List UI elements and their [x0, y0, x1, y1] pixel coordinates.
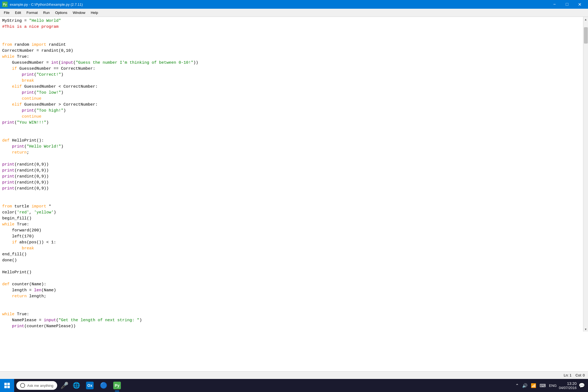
- code-line: [2, 30, 581, 36]
- code-line: [2, 299, 581, 305]
- taskbar-left: Ask me anything 🎤 🌐 Ox 🔵 Py: [0, 379, 124, 392]
- time-display: 13:20: [559, 381, 577, 386]
- menu-file[interactable]: File: [1, 10, 12, 16]
- code-line: break: [2, 78, 581, 84]
- menu-options[interactable]: Options: [52, 10, 70, 16]
- start-button[interactable]: [0, 379, 14, 392]
- vertical-scrollbar[interactable]: ▲ ▼: [583, 17, 588, 332]
- code-line: from turtle import *: [2, 204, 581, 210]
- title-bar-left: Py example.py - C:\Python34\example.py (…: [2, 2, 83, 7]
- code-line: [2, 126, 581, 132]
- menu-run[interactable]: Run: [41, 10, 53, 16]
- code-line: print(randint(0,9)): [2, 162, 581, 168]
- taskbar-right: ⌃ 🔊 📶 ⌨ ENG 13:20 04/07/2016 💬: [515, 381, 588, 390]
- notification-icon[interactable]: 💬: [579, 382, 585, 388]
- title-bar: Py example.py - C:\Python34\example.py (…: [0, 0, 588, 9]
- code-line: elif GuessedNumber < CorrectNumber:: [2, 84, 581, 90]
- scroll-up-arrow[interactable]: ▲: [583, 17, 588, 22]
- menu-help[interactable]: Help: [88, 10, 101, 16]
- code-line: if GuessedNumber == CorrectNumber:: [2, 66, 581, 72]
- code-line: [2, 198, 581, 204]
- scroll-down-arrow[interactable]: ▼: [583, 327, 588, 332]
- code-line: print(randint(0,9)): [2, 174, 581, 180]
- code-line: left(170): [2, 234, 581, 240]
- code-line: print(randint(0,9)): [2, 180, 581, 186]
- code-content: MyString = "Hello World"#This is a nice …: [2, 18, 581, 329]
- editor-container: MyString = "Hello World"#This is a nice …: [0, 17, 588, 332]
- search-circle-icon: [20, 383, 25, 388]
- microphone-icon[interactable]: 🎤: [60, 382, 69, 389]
- menu-bar: File Edit Format Run Options Window Help: [0, 9, 588, 17]
- code-editor[interactable]: MyString = "Hello World"#This is a nice …: [0, 17, 583, 332]
- code-line: def counter(Name):: [2, 281, 581, 287]
- code-line: print("Too low!"): [2, 90, 581, 96]
- code-line: [2, 275, 581, 281]
- code-line: [2, 156, 581, 162]
- search-label: Ask me anything: [27, 384, 53, 388]
- network-icon[interactable]: 📶: [531, 383, 536, 388]
- taskbar-apps: 🌐 Ox 🔵 Py: [70, 379, 124, 392]
- system-tray: ⌃ 🔊 📶 ⌨ ENG: [515, 383, 557, 388]
- code-line: GuessedNumber = int(input("Guess the num…: [2, 60, 581, 66]
- svg-rect-1: [7, 383, 10, 385]
- code-line: CorrectNumber = randint(0,10): [2, 48, 581, 54]
- close-button[interactable]: ✕: [573, 0, 586, 9]
- clock[interactable]: 13:20 04/07/2016: [559, 381, 577, 390]
- menu-edit[interactable]: Edit: [12, 10, 24, 16]
- code-line: from random import randint: [2, 42, 581, 48]
- chrome-icon: 🔵: [100, 382, 107, 389]
- lang-label[interactable]: ENG: [549, 384, 557, 388]
- code-line: elif GuessedNumber > CorrectNumber:: [2, 102, 581, 108]
- code-line: continue: [2, 96, 581, 102]
- code-line: print("Hello World!"): [2, 144, 581, 150]
- code-line: NamePlease = input("Get the length of ne…: [2, 317, 581, 323]
- code-line: forward(200): [2, 228, 581, 234]
- chevron-up-icon[interactable]: ⌃: [515, 383, 519, 388]
- minimize-button[interactable]: −: [548, 0, 561, 9]
- keyboard-icon[interactable]: ⌨: [540, 383, 546, 388]
- code-line: [2, 132, 581, 138]
- code-line: [2, 264, 581, 270]
- code-line: print("Correct!"): [2, 72, 581, 78]
- taskbar-app-edge[interactable]: 🌐: [70, 379, 83, 392]
- code-line: print(randint(0,9)): [2, 186, 581, 192]
- code-line: end_fill(): [2, 252, 581, 258]
- taskbar-app-idle[interactable]: Py: [111, 379, 124, 392]
- volume-icon[interactable]: 🔊: [522, 383, 528, 388]
- main-window: Py example.py - C:\Python34\example.py (…: [0, 0, 588, 379]
- code-line: print(counter(NamePlease)): [2, 323, 581, 329]
- svg-rect-2: [4, 386, 7, 388]
- code-line: print("You WIN!!!"): [2, 120, 581, 126]
- title-bar-controls: − □ ✕: [548, 0, 586, 9]
- outlook-icon: Ox: [86, 382, 94, 389]
- editor-body: MyString = "Hello World"#This is a nice …: [0, 17, 588, 371]
- code-line: while True:: [2, 54, 581, 60]
- taskbar-search[interactable]: Ask me anything: [16, 381, 57, 390]
- code-line: #This is a nice program: [2, 24, 581, 30]
- code-line: MyString = "Hello World": [2, 18, 581, 24]
- taskbar-app-outlook[interactable]: Ox: [83, 379, 96, 392]
- windows-icon: [4, 383, 10, 388]
- date-display: 04/07/2016: [559, 386, 577, 390]
- scroll-thumb[interactable]: [584, 27, 588, 44]
- code-line: print("Too high!"): [2, 108, 581, 114]
- title-bar-title: example.py - C:\Python34\example.py (2.7…: [10, 2, 83, 7]
- code-line: print(randint(0,9)): [2, 168, 581, 174]
- code-line: return;: [2, 150, 581, 156]
- maximize-button[interactable]: □: [561, 0, 573, 9]
- code-line: while True:: [2, 222, 581, 228]
- menu-window[interactable]: Window: [70, 10, 88, 16]
- code-line: def HelloPrint():: [2, 138, 581, 144]
- app-icon: Py: [2, 2, 8, 7]
- code-line: break: [2, 246, 581, 252]
- code-line: begin_fill(): [2, 216, 581, 222]
- code-line: color('red', 'yellow'): [2, 210, 581, 216]
- status-bar: Ln: 1 Col: 0: [0, 371, 588, 379]
- taskbar: Ask me anything 🎤 🌐 Ox 🔵 Py ⌃ 🔊 📶 ⌨ ENG: [0, 379, 588, 392]
- taskbar-app-chrome[interactable]: 🔵: [97, 379, 110, 392]
- svg-rect-0: [4, 383, 7, 385]
- code-line: HelloPrint(): [2, 270, 581, 275]
- code-line: [2, 192, 581, 198]
- menu-format[interactable]: Format: [24, 10, 40, 16]
- code-line: [2, 305, 581, 311]
